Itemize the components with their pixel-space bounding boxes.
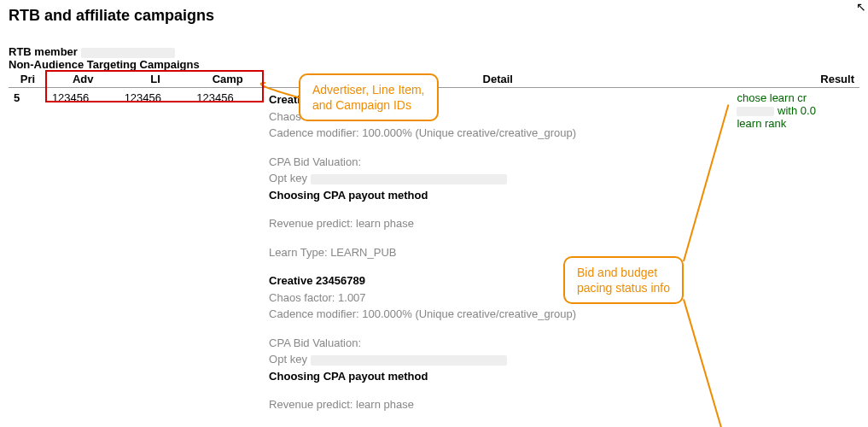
- campaign-table: Pri Adv LI Camp Detail Result 5 123456 1…: [9, 71, 859, 427]
- callout-pacing: Bid and budget pacing status info: [563, 256, 684, 304]
- revenue-predict: Revenue predict: learn phase: [269, 215, 726, 232]
- result-line: with 0.0: [737, 104, 854, 117]
- cursor-icon: ↖: [856, 0, 866, 14]
- table-row: 5 123456 123456 123456 Creative 12345678…: [9, 88, 859, 428]
- page-title: RTB and affiliate campaigns: [9, 7, 859, 25]
- cell-li: 123456: [119, 88, 192, 428]
- cpa-header: CPA Bid Valuation:: [269, 154, 726, 171]
- rtb-member-line: RTB member: [9, 45, 859, 58]
- callout-ids: Advertiser, Line Item, and Campaign IDs: [299, 73, 439, 121]
- choosing-method: Choosing CPA payout method: [269, 187, 726, 204]
- creative-cadence: Cadence modifier: 100.000% (Unique creat…: [269, 306, 726, 323]
- cell-camp: 123456: [191, 88, 264, 428]
- creative-cadence: Cadence modifier: 100.000% (Unique creat…: [269, 125, 726, 142]
- cell-pri: 5: [9, 88, 47, 428]
- cpa-header: CPA Bid Valuation:: [269, 335, 726, 352]
- revenue-predict: Revenue predict: learn phase: [269, 396, 726, 413]
- choosing-method: Choosing CPA payout method: [269, 368, 726, 385]
- col-pri: Pri: [9, 71, 47, 88]
- section-title: Non-Audience Targeting Campaigns: [9, 58, 859, 71]
- result-line: chose learn cr: [737, 91, 854, 104]
- cell-adv: 123456: [47, 88, 119, 428]
- cell-result: chose learn cr with 0.0 learn rank: [731, 88, 859, 428]
- opt-key-line: Opt key: [269, 170, 726, 187]
- result-line: learn rank: [737, 117, 854, 130]
- col-result: Result: [731, 71, 859, 88]
- col-adv: Adv: [47, 71, 119, 88]
- col-camp: Camp: [191, 71, 264, 88]
- opt-key-line: Opt key: [269, 351, 726, 368]
- col-li: LI: [119, 71, 192, 88]
